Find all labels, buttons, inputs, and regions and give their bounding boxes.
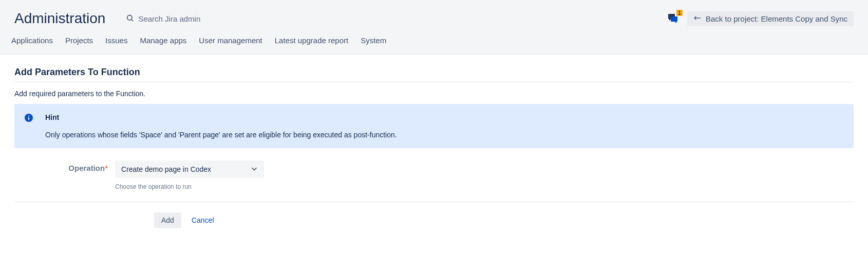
- header-right: 1 Back to project: Elements Copy and Syn…: [667, 11, 854, 26]
- nav-item-system[interactable]: System: [361, 34, 386, 47]
- nav-item-projects[interactable]: Projects: [65, 34, 93, 47]
- feedback-badge: 1: [676, 9, 683, 16]
- svg-line-1: [131, 19, 133, 21]
- nav-item-manage-apps[interactable]: Manage apps: [140, 34, 186, 47]
- hint-title: Hint: [45, 113, 397, 121]
- header-row: Administration Search Jira admin 1 Back …: [0, 0, 868, 34]
- section-description: Add required parameters to the Function.: [14, 90, 854, 98]
- main-content: Add Parameters To Function Add required …: [0, 55, 868, 240]
- nav-item-upgrade-report[interactable]: Latest upgrade report: [275, 34, 348, 47]
- title-divider: [14, 82, 854, 82]
- search-icon: [126, 14, 134, 24]
- operation-label: Operation*: [14, 161, 115, 172]
- feedback-icon[interactable]: 1: [667, 12, 679, 25]
- hint-body: Hint Only operations whose fields 'Space…: [45, 113, 397, 139]
- add-button[interactable]: Add: [154, 212, 181, 228]
- nav-item-issues[interactable]: Issues: [105, 34, 127, 47]
- svg-point-5: [28, 115, 29, 116]
- back-to-project-button[interactable]: Back to project: Elements Copy and Sync: [687, 11, 854, 26]
- cancel-button[interactable]: Cancel: [192, 216, 214, 224]
- nav-item-user-management[interactable]: User management: [199, 34, 262, 47]
- button-row: Add Cancel: [14, 212, 854, 228]
- page-title: Administration: [14, 10, 105, 27]
- svg-point-0: [127, 15, 132, 20]
- operation-hint: Choose the operation to run: [115, 183, 264, 190]
- admin-header-region: Administration Search Jira admin 1 Back …: [0, 0, 868, 55]
- form-divider: [14, 202, 854, 202]
- back-arrow-icon: [693, 14, 702, 23]
- info-icon: [25, 114, 33, 122]
- nav-item-applications[interactable]: Applications: [11, 34, 53, 47]
- hint-panel: Hint Only operations whose fields 'Space…: [14, 104, 854, 148]
- operation-row: Operation* Create demo page in Codex Cho…: [14, 161, 854, 190]
- operation-field: Create demo page in Codex Choose the ope…: [115, 161, 264, 190]
- admin-nav: Applications Projects Issues Manage apps…: [0, 34, 868, 54]
- admin-search[interactable]: Search Jira admin: [126, 14, 667, 24]
- required-asterisk: *: [105, 164, 108, 172]
- operation-label-text: Operation: [68, 164, 105, 172]
- operation-value: Create demo page in Codex: [121, 165, 211, 173]
- back-label: Back to project: Elements Copy and Sync: [706, 14, 847, 23]
- svg-rect-4: [28, 117, 29, 120]
- section-title: Add Parameters To Function: [14, 67, 854, 78]
- search-placeholder: Search Jira admin: [138, 14, 200, 23]
- hint-text: Only operations whose fields 'Space' and…: [45, 131, 397, 139]
- operation-select[interactable]: Create demo page in Codex: [115, 161, 264, 178]
- chevron-down-icon: [251, 165, 258, 174]
